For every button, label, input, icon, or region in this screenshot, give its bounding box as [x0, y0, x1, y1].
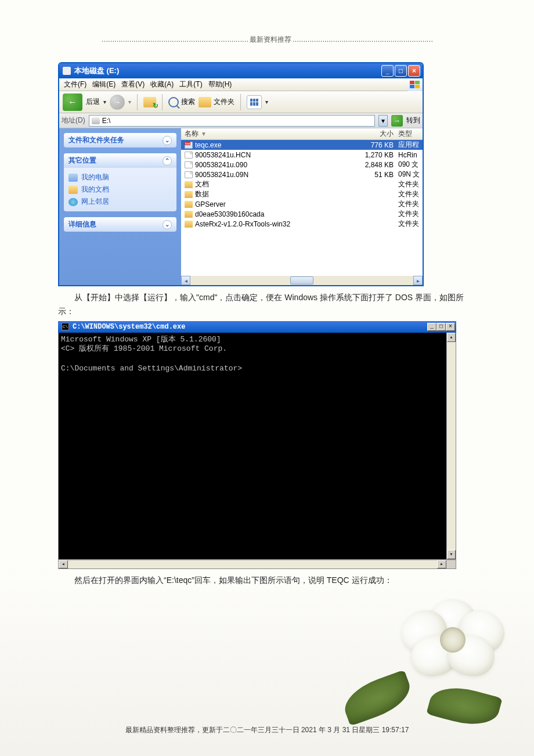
menu-favorites[interactable]: 收藏(A) [148, 79, 176, 90]
tasks-panel-head[interactable]: 文件和文件夹任务 ⌄ [64, 133, 176, 147]
menu-file[interactable]: 文件(F) [62, 79, 89, 90]
toolbar: ← 后退 ▾ → ▾ ↻ 搜索 文件夹 ▾ [59, 91, 423, 113]
scroll-left-icon[interactable]: ◂ [59, 560, 68, 568]
horizontal-scrollbar[interactable]: ◂ ▸ [181, 276, 423, 285]
table-row[interactable]: d0eae53039b160cada文件夹 [181, 209, 423, 219]
maximize-button[interactable]: □ [395, 65, 407, 77]
window-title: 本地磁盘 (E:) [74, 66, 381, 76]
menu-edit[interactable]: 编辑(E) [90, 79, 118, 90]
file-name: 文档 [195, 179, 209, 189]
scroll-up-icon[interactable]: ▴ [447, 333, 456, 342]
cmd-output[interactable]: Microsoft Windows XP [版本 5.1.2600] <C> 版… [59, 333, 446, 559]
explorer-titlebar[interactable]: 本地磁盘 (E:) _ □ × [59, 63, 423, 78]
folders-button[interactable]: 文件夹 [199, 97, 234, 107]
horizontal-scrollbar[interactable]: ◂ ▸ [58, 560, 456, 569]
svg-rect-2 [410, 85, 414, 88]
table-row[interactable]: AsteRx2-v1.2.0-RxTools-win32文件夹 [181, 219, 423, 229]
explorer-window: 本地磁盘 (E:) _ □ × 文件(F) 编辑(E) 查看(V) 收藏(A) … [58, 62, 424, 286]
minimize-button[interactable]: _ [381, 65, 394, 77]
svg-rect-0 [410, 81, 414, 84]
documents-icon [68, 186, 78, 194]
scroll-left-icon[interactable]: ◂ [181, 276, 190, 285]
up-folder-button[interactable]: ↻ [143, 97, 156, 107]
forward-dropdown[interactable]: ▾ [128, 99, 131, 105]
menu-tools[interactable]: 工具(T) [177, 79, 204, 90]
doc-icon [185, 171, 193, 178]
views-dropdown[interactable]: ▾ [265, 99, 268, 105]
network-icon [68, 198, 78, 206]
folder-icon [185, 201, 193, 208]
windows-flag-icon [407, 78, 423, 91]
column-size[interactable]: 大小 [356, 129, 398, 139]
table-row[interactable]: teqc.exe776 KB应用程 [181, 140, 423, 150]
drive-icon [63, 67, 71, 75]
back-dropdown[interactable]: ▾ [103, 99, 106, 105]
address-input[interactable]: E:\ [89, 115, 375, 127]
table-row[interactable]: 900538241u.0902,848 KB090 文 [181, 160, 423, 170]
details-panel-head[interactable]: 详细信息 ⌄ [64, 217, 176, 232]
go-label: 转到 [406, 116, 420, 125]
folder-icon [185, 181, 193, 188]
minimize-button[interactable]: _ [427, 323, 436, 331]
file-size: 776 KB [356, 141, 398, 149]
menu-help[interactable]: 帮助(H) [206, 79, 234, 90]
forward-button[interactable]: → [110, 95, 125, 110]
drive-icon [92, 117, 100, 124]
address-dropdown[interactable]: ▾ [378, 115, 388, 127]
file-type: HcRin [398, 151, 423, 159]
table-row[interactable]: 900538241u.HCN1,270 KBHcRin [181, 150, 423, 160]
place-my-documents[interactable]: 我的文档 [68, 183, 172, 196]
place-network[interactable]: 网上邻居 [68, 196, 172, 208]
scroll-right-icon[interactable]: ▸ [413, 276, 423, 285]
exe-icon [185, 142, 193, 149]
table-row[interactable]: 数据文件夹 [181, 189, 423, 199]
file-name: 900538241u.09N [195, 171, 248, 179]
go-button[interactable]: → [391, 115, 403, 127]
address-bar: 地址(D) E:\ ▾ → 转到 [59, 113, 423, 128]
svg-rect-3 [415, 85, 420, 88]
cmd-icon: C\ [62, 323, 69, 330]
other-places-head[interactable]: 其它位置 ⌃ [64, 153, 176, 168]
tasks-panel: 文件和文件夹任务 ⌄ [64, 133, 176, 147]
place-my-computer[interactable]: 我的电脑 [68, 171, 172, 183]
folder-icon [185, 211, 193, 218]
close-button[interactable]: × [408, 65, 420, 77]
paragraph-1: 从【开始】中选择【运行】，输入"cmd"，点击确定，便在 Windows 操作系… [58, 291, 476, 319]
page-footer: 最新精品资料整理推荐，更新于二〇二一年三月三十一日 2021 年 3 月 31 … [0, 725, 534, 735]
column-name[interactable]: 名称 ▼ [181, 129, 356, 139]
folder-icon [199, 97, 211, 107]
maximize-button[interactable]: □ [436, 323, 446, 331]
chevron-down-icon: ⌄ [163, 136, 172, 145]
file-type: 文件夹 [398, 179, 423, 189]
back-button[interactable]: ← [63, 93, 82, 111]
file-name: GPServer [195, 200, 226, 208]
scroll-down-icon[interactable]: ▾ [447, 550, 456, 559]
table-row[interactable]: 900538241u.09N51 KB09N 文 [181, 170, 423, 179]
file-type: 090 文 [398, 160, 423, 170]
menu-view[interactable]: 查看(V) [119, 79, 147, 90]
file-type: 文件夹 [398, 189, 423, 199]
table-row[interactable]: 文档文件夹 [181, 179, 423, 189]
table-row[interactable]: GPServer文件夹 [181, 199, 423, 209]
explorer-sidebar: 文件和文件夹任务 ⌄ 其它位置 ⌃ 我的电脑 我的文档 网上邻居 [59, 128, 181, 285]
doc-icon [185, 161, 193, 168]
address-path: E:\ [102, 117, 111, 125]
search-icon [168, 97, 179, 107]
svg-rect-1 [415, 81, 420, 84]
doc-icon [185, 152, 193, 159]
file-list: 名称 ▼ 大小 类型 teqc.exe776 KB应用程900538241u.H… [181, 128, 423, 285]
chevron-up-icon: ⌃ [163, 156, 172, 165]
back-label: 后退 [86, 97, 100, 107]
cmd-window: C\ C:\WINDOWS\system32\cmd.exe _ □ × Mic… [58, 321, 456, 569]
vertical-scrollbar[interactable]: ▴ ▾ [446, 333, 456, 559]
views-button[interactable] [247, 95, 262, 109]
file-type: 文件夹 [398, 209, 423, 219]
search-button[interactable]: 搜索 [168, 97, 195, 107]
file-name: 数据 [195, 189, 209, 199]
close-button[interactable]: × [446, 323, 455, 331]
file-name: teqc.exe [195, 141, 221, 149]
file-name: 900538241u.HCN [195, 151, 251, 159]
column-type[interactable]: 类型 [398, 129, 423, 139]
scroll-right-icon[interactable]: ▸ [437, 560, 446, 568]
cmd-titlebar[interactable]: C\ C:\WINDOWS\system32\cmd.exe _ □ × [58, 321, 456, 333]
